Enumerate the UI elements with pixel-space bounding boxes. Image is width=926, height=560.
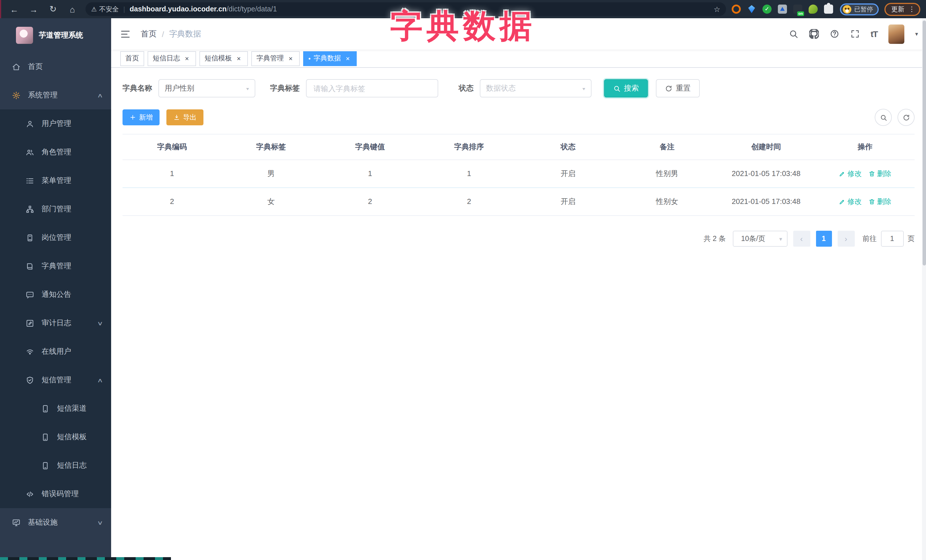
goto-page-input[interactable] bbox=[881, 231, 903, 247]
scrollbar-thumb[interactable] bbox=[922, 21, 926, 266]
fullscreen-icon[interactable] bbox=[850, 29, 860, 39]
extension-blue-icon[interactable] bbox=[748, 5, 755, 13]
pencil-icon bbox=[839, 171, 846, 177]
help-icon[interactable] bbox=[830, 29, 840, 39]
extension-sprout-icon[interactable] bbox=[809, 5, 818, 14]
browser-forward-icon[interactable]: → bbox=[24, 4, 43, 14]
sidebar-item-audit-log[interactable]: 审计日志 ∨ bbox=[0, 309, 111, 337]
table-row[interactable]: 2 女 2 2 开启 性别女 2021-01-05 17:03:48 修改 bbox=[123, 188, 915, 216]
sidebar-item-error-code[interactable]: 错误码管理 bbox=[0, 480, 111, 508]
edit-link-label: 修改 bbox=[847, 160, 862, 187]
message-icon bbox=[26, 290, 34, 299]
sidebar-logo[interactable]: 芋道管理系统 bbox=[0, 18, 111, 53]
plus-icon bbox=[129, 114, 136, 121]
search-button[interactable]: 搜索 bbox=[604, 79, 648, 97]
breadcrumb-home[interactable]: 首页 bbox=[141, 29, 157, 39]
add-button[interactable]: 新增 bbox=[123, 109, 160, 125]
edit-link[interactable]: 修改 bbox=[839, 160, 862, 187]
sidebar-item-roles[interactable]: 角色管理 bbox=[0, 138, 111, 166]
delete-link[interactable]: 删除 bbox=[869, 188, 891, 215]
tab-sms-log[interactable]: 短信日志 × bbox=[148, 51, 196, 66]
tab-label: 短信日志 bbox=[153, 54, 180, 63]
sidebar-item-label: 菜单管理 bbox=[42, 175, 71, 186]
sidebar-item-sms-log[interactable]: 短信日志 bbox=[0, 451, 111, 480]
dict-label-input[interactable] bbox=[312, 83, 432, 93]
browser-profile-chip[interactable]: 已暂停 bbox=[840, 3, 879, 15]
avatar-caret-down-icon[interactable]: ▾ bbox=[915, 31, 918, 37]
profile-status-label: 已暂停 bbox=[854, 5, 873, 14]
export-button-label: 导出 bbox=[183, 113, 197, 122]
delete-link[interactable]: 删除 bbox=[869, 160, 891, 187]
sidebar-item-sms[interactable]: 短信管理 ∧ bbox=[0, 366, 111, 394]
sidebar-item-users[interactable]: 用户管理 bbox=[0, 109, 111, 138]
extension-orange-icon[interactable] bbox=[732, 5, 741, 14]
prev-page-button[interactable]: ‹ bbox=[793, 231, 810, 247]
sidebar-item-infrastructure[interactable]: 基础设施 ∨ bbox=[0, 508, 111, 537]
sidebar-item-menus[interactable]: 菜单管理 bbox=[0, 166, 111, 195]
close-icon[interactable]: × bbox=[343, 54, 352, 62]
sidebar-item-online-users[interactable]: 在线用户 bbox=[0, 337, 111, 366]
sidebar-item-label: 用户管理 bbox=[42, 118, 71, 129]
close-icon[interactable]: × bbox=[287, 54, 295, 62]
close-icon[interactable]: × bbox=[235, 54, 243, 62]
code-icon bbox=[26, 490, 34, 498]
extension-check-icon[interactable]: ✓ bbox=[763, 5, 772, 14]
search-icon[interactable] bbox=[789, 29, 798, 39]
sidebar-item-sms-template[interactable]: 短信模板 bbox=[0, 423, 111, 451]
sidebar-item-label: 审计日志 bbox=[42, 318, 71, 328]
tab-sms-template[interactable]: 短信模板 × bbox=[200, 51, 248, 66]
refresh-table-button[interactable] bbox=[897, 109, 915, 126]
phone-icon bbox=[41, 404, 50, 413]
bookmark-star-icon[interactable]: ☆ bbox=[714, 5, 720, 14]
dict-name-value: 用户性别 bbox=[165, 83, 194, 94]
github-icon[interactable] bbox=[809, 29, 819, 39]
goto-label: 前往 bbox=[862, 234, 877, 243]
font-size-icon[interactable]: tT bbox=[871, 29, 878, 39]
cell-status: 开启 bbox=[519, 160, 618, 187]
table-toolbar: 新增 导出 bbox=[123, 109, 915, 126]
close-icon[interactable]: × bbox=[183, 54, 191, 62]
browser-scrollbar[interactable] bbox=[922, 18, 926, 560]
tab-label: 字典数据 bbox=[313, 54, 341, 63]
page-size-select[interactable]: 10条/页 ▾ bbox=[732, 231, 787, 247]
browser-menu-dots-icon[interactable]: ⋮ bbox=[908, 5, 915, 13]
extension-bars-icon[interactable] bbox=[778, 5, 787, 14]
sidebar-item-posts[interactable]: 岗位管理 bbox=[0, 223, 111, 252]
sidebar-item-home[interactable]: 首页 bbox=[0, 53, 111, 81]
sidebar-item-label: 基础设施 bbox=[28, 517, 57, 528]
caret-down-icon: ▾ bbox=[779, 235, 782, 242]
tab-home[interactable]: 首页 bbox=[120, 51, 144, 66]
sidebar-item-sms-channel[interactable]: 短信渠道 bbox=[0, 394, 111, 423]
next-page-button[interactable]: › bbox=[837, 231, 855, 247]
edit-link[interactable]: 修改 bbox=[839, 188, 862, 215]
table-row[interactable]: 1 男 1 1 开启 性别男 2021-01-05 17:03:48 修改 bbox=[123, 160, 915, 188]
extensions-puzzle-icon[interactable] bbox=[824, 5, 833, 14]
sidebar-item-system[interactable]: 系统管理 ∧ bbox=[0, 81, 111, 109]
browser-update-button[interactable]: 更新 ⋮ bbox=[884, 3, 920, 16]
download-icon bbox=[173, 114, 180, 121]
breadcrumb-current: 字典数据 bbox=[169, 29, 201, 39]
tab-dict-data[interactable]: ● 字典数据 × bbox=[303, 51, 357, 66]
dict-name-select[interactable]: 用户性别 ▾ bbox=[159, 79, 255, 97]
security-label[interactable]: 不安全 bbox=[99, 5, 119, 14]
export-button[interactable]: 导出 bbox=[166, 109, 203, 125]
sidebar-item-label: 岗位管理 bbox=[42, 232, 71, 243]
extension-on-badge-icon[interactable] bbox=[793, 5, 802, 14]
users-icon bbox=[26, 148, 34, 156]
tab-dict-manage[interactable]: 字典管理 × bbox=[251, 51, 300, 66]
status-select[interactable]: 数据状态 ▾ bbox=[480, 79, 592, 97]
sidebar-item-departments[interactable]: 部门管理 bbox=[0, 195, 111, 223]
user-avatar[interactable] bbox=[888, 24, 904, 44]
sidebar-item-label: 短信渠道 bbox=[57, 403, 86, 414]
reset-button[interactable]: 重置 bbox=[656, 79, 700, 97]
browser-back-icon[interactable]: ← bbox=[5, 4, 24, 14]
current-page-button[interactable]: 1 bbox=[816, 231, 832, 247]
sidebar-item-notice[interactable]: 通知公告 bbox=[0, 280, 111, 309]
sidebar-item-dict[interactable]: 字典管理 bbox=[0, 252, 111, 280]
hamburger-icon[interactable] bbox=[120, 29, 130, 39]
browser-home-icon[interactable]: ⌂ bbox=[63, 4, 82, 14]
browser-reload-icon[interactable]: ↻ bbox=[43, 4, 63, 14]
address-bar[interactable]: ⚠ 不安全 | dashboard.yudao.iocoder.cn /dict… bbox=[85, 2, 726, 16]
tab-label: 短信模板 bbox=[204, 54, 232, 63]
toggle-search-button[interactable] bbox=[875, 109, 892, 126]
